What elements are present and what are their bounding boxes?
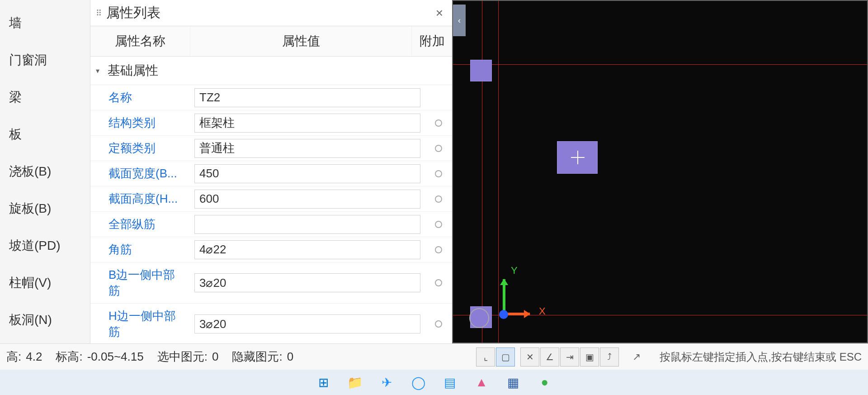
grid-line — [498, 1, 499, 343]
property-name: 截面宽度(B... — [90, 161, 190, 186]
grid-line — [482, 1, 482, 343]
properties-panel: ⠿ 属性列表 × 属性名称 属性值 附加 ▾ 基础属性 名称结构类别定额类别截面… — [90, 0, 452, 343]
origin-marker — [469, 308, 489, 328]
radio-icon[interactable] — [435, 279, 442, 286]
column-element[interactable] — [470, 60, 492, 81]
height-value: 4.2 — [26, 350, 42, 364]
level-label: 标高: — [56, 349, 82, 365]
tool-display[interactable]: ▣ — [580, 347, 599, 366]
sidebar-item-slab-hole[interactable]: 板洞(N) — [0, 301, 90, 338]
property-row: 名称 — [90, 85, 452, 110]
radio-icon[interactable] — [435, 320, 442, 328]
sidebar-item-beam[interactable]: 梁 — [0, 79, 90, 116]
status-toolbar: ⌞ ▢ ✕ ∠ ⇥ ▣ ⤴ — [476, 347, 619, 366]
property-name: B边一侧中部筋 — [90, 262, 190, 303]
property-row: H边一侧中部筋 — [90, 304, 452, 343]
property-value-input[interactable] — [194, 240, 420, 259]
close-icon[interactable]: × — [432, 6, 447, 20]
tool-offset[interactable]: ⇥ — [560, 347, 579, 366]
collapse-tab[interactable]: ‹ — [453, 5, 466, 36]
ucs-origin-icon — [499, 310, 508, 319]
sidebar-item-rotate-slab[interactable]: 旋板(B) — [0, 190, 90, 227]
panel-title: 属性列表 — [106, 4, 432, 22]
app-icon-4[interactable]: ▲ — [472, 373, 491, 392]
col-header-extra: 附加 — [411, 26, 452, 56]
tool-ortho[interactable]: ⌞ — [476, 347, 495, 366]
sidebar-item-slab-rebar[interactable]: 板受力筋(S) — [0, 338, 90, 343]
crosshair-icon — [571, 151, 585, 164]
app-icon-3[interactable]: ▤ — [440, 373, 459, 392]
property-extra[interactable] — [425, 246, 452, 253]
property-name: 全部纵筋 — [90, 212, 190, 237]
radio-icon[interactable] — [435, 221, 442, 228]
property-value-input[interactable] — [194, 314, 420, 333]
status-bar: 高: 4.2 标高: -0.05~4.15 选中图元: 0 隐藏图元: 0 ⌞ … — [0, 343, 868, 370]
property-name: 名称 — [90, 85, 190, 110]
property-name: H边一侧中部筋 — [90, 304, 190, 343]
hidden-label: 隐藏图元: — [232, 349, 282, 365]
sidebar-item-slab[interactable]: 板 — [0, 116, 90, 153]
windows-taskbar: ⊞ 📁 ✈ ◯ ▤ ▲ ▦ ● — [0, 370, 868, 395]
column-insert-preview[interactable] — [557, 141, 598, 174]
property-row: 定额类别 — [90, 136, 452, 161]
property-extra[interactable] — [425, 119, 452, 127]
property-extra[interactable] — [425, 195, 452, 203]
tool-rect[interactable]: ▢ — [496, 347, 515, 366]
property-value-input[interactable] — [194, 164, 420, 183]
tool-angle[interactable]: ∠ — [540, 347, 559, 366]
expand-hint-icon[interactable]: ↗ — [632, 351, 641, 363]
property-extra[interactable] — [425, 170, 452, 177]
property-extra[interactable] — [425, 279, 452, 286]
property-extra[interactable] — [425, 145, 452, 152]
property-value-input[interactable] — [194, 190, 420, 209]
drag-handle-icon[interactable]: ⠿ — [96, 8, 102, 18]
hidden-value: 0 — [287, 350, 293, 364]
property-row: B边一侧中部筋 — [90, 262, 452, 304]
property-value-input[interactable] — [194, 215, 420, 234]
property-name: 定额类别 — [90, 136, 190, 161]
explorer-icon[interactable]: 📁 — [345, 373, 364, 392]
expand-arrow-icon: ▾ — [96, 67, 105, 75]
sidebar-item-cap[interactable]: 柱帽(V) — [0, 264, 90, 301]
property-value-input[interactable] — [194, 273, 420, 292]
property-extra[interactable] — [425, 320, 452, 328]
section-basic-properties[interactable]: ▾ 基础属性 — [90, 57, 452, 85]
sidebar-item-wall[interactable]: 墙 — [0, 5, 90, 42]
property-value-input[interactable] — [194, 88, 420, 107]
sidebar-item-opening[interactable]: 门窗洞 — [0, 42, 90, 79]
radio-icon[interactable] — [435, 170, 442, 177]
level-value: -0.05~4.15 — [87, 350, 144, 364]
drawing-canvas[interactable]: ‹ Y X — [452, 0, 868, 343]
properties-rows: 名称结构类别定额类别截面宽度(B...截面高度(H...全部纵筋角筋B边一侧中部… — [90, 85, 452, 343]
property-row: 全部纵筋 — [90, 212, 452, 237]
property-row: 截面宽度(B... — [90, 161, 452, 186]
x-axis-label: X — [539, 305, 546, 317]
grid-line — [453, 64, 867, 65]
property-name: 结构类别 — [90, 110, 190, 135]
property-value-input[interactable] — [194, 114, 420, 133]
category-sidebar: 墙 门窗洞 梁 板 浇板(B) 旋板(B) 坡道(PD) 柱帽(V) 板洞(N)… — [0, 0, 90, 343]
properties-table-header: 属性名称 属性值 附加 — [90, 26, 452, 57]
property-extra[interactable] — [425, 221, 452, 228]
radio-icon[interactable] — [435, 246, 442, 253]
app-icon-5[interactable]: ▦ — [504, 373, 523, 392]
sidebar-item-cast-slab[interactable]: 浇板(B) — [0, 153, 90, 190]
app-icon-2[interactable]: ◯ — [409, 373, 428, 392]
property-value-input[interactable] — [194, 139, 420, 158]
col-header-value: 属性值 — [190, 26, 411, 56]
height-label: 高: — [6, 349, 21, 365]
radio-icon[interactable] — [435, 195, 442, 203]
sidebar-item-ramp[interactable]: 坡道(PD) — [0, 227, 90, 264]
start-icon[interactable]: ⊞ — [314, 373, 333, 392]
app-icon-6[interactable]: ● — [535, 373, 554, 392]
y-axis-label: Y — [511, 265, 518, 276]
radio-icon[interactable] — [435, 145, 442, 152]
selected-label: 选中图元: — [157, 349, 208, 365]
app-icon-1[interactable]: ✈ — [377, 373, 396, 392]
command-hint: 按鼠标左键指定插入点,按右键结束或 ESC — [660, 350, 862, 364]
tool-arc[interactable]: ⤴ — [600, 347, 619, 366]
section-title: 基础属性 — [108, 62, 158, 79]
property-row: 角筋 — [90, 237, 452, 262]
tool-delete[interactable]: ✕ — [520, 347, 539, 366]
radio-icon[interactable] — [435, 119, 442, 127]
